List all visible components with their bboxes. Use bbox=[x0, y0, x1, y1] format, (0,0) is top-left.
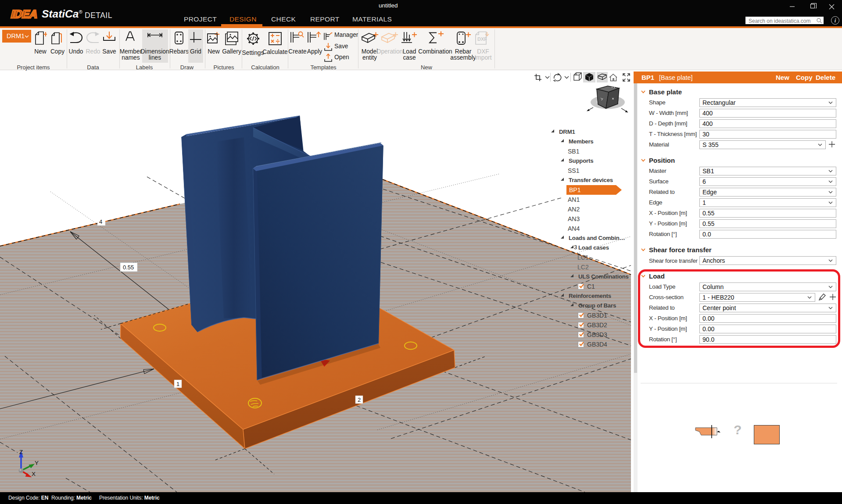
svg-text:Z: Z bbox=[19, 449, 23, 455]
svg-text:1: 1 bbox=[176, 381, 179, 387]
svg-text:X: X bbox=[32, 471, 36, 477]
svg-text:3: 3 bbox=[574, 244, 577, 250]
svg-text:4: 4 bbox=[99, 218, 102, 225]
svg-text:2: 2 bbox=[358, 397, 361, 403]
svg-text:IDEA: IDEA bbox=[10, 8, 39, 19]
svg-text:Y: Y bbox=[35, 460, 39, 466]
svg-text:0.55: 0.55 bbox=[123, 264, 134, 271]
svg-text:DXF: DXF bbox=[477, 36, 487, 42]
